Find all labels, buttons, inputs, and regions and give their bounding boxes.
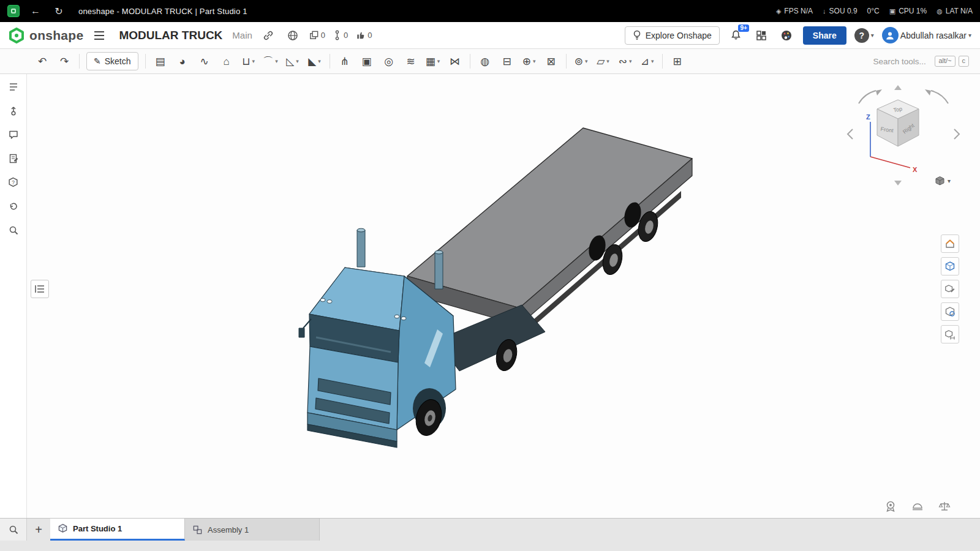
transform-tool[interactable]: ⊕▾ bbox=[519, 51, 540, 71]
curve-icon: ∾ bbox=[619, 56, 627, 67]
back-button[interactable]: ← bbox=[28, 4, 43, 18]
edit-appearance-button[interactable] bbox=[941, 280, 959, 298]
comments-button[interactable] bbox=[4, 126, 23, 144]
shell-icon: ▣ bbox=[362, 56, 372, 67]
mirror-tool[interactable]: ⋈ bbox=[445, 51, 466, 71]
chevron-down-icon: ▾ bbox=[318, 59, 321, 64]
parts-help-button[interactable]: ? bbox=[4, 173, 23, 192]
redo-button[interactable]: ↷ bbox=[54, 51, 75, 71]
isometric-view-button[interactable] bbox=[941, 257, 959, 276]
units-button[interactable] bbox=[937, 498, 952, 514]
truck-model[interactable] bbox=[27, 74, 980, 518]
scale-icon bbox=[938, 500, 951, 512]
tab-assembly-1[interactable]: Assembly 1 bbox=[185, 519, 320, 541]
search-model-button[interactable] bbox=[4, 221, 23, 239]
main-menu-button[interactable] bbox=[91, 27, 108, 44]
copies-icon bbox=[309, 30, 319, 40]
box-select-tool[interactable]: ⊞ bbox=[667, 51, 688, 71]
workspace: ? bbox=[0, 74, 980, 518]
section-view-button[interactable] bbox=[941, 302, 959, 321]
lightbulb-icon bbox=[633, 30, 641, 40]
thread-tool[interactable]: ≋ bbox=[401, 51, 421, 71]
add-tab-button[interactable]: + bbox=[27, 519, 50, 541]
help-button[interactable]: ? ▾ bbox=[854, 28, 874, 43]
copies-counter[interactable]: 0 bbox=[309, 30, 325, 40]
theme-button[interactable] bbox=[778, 27, 795, 44]
plane-tool[interactable]: ▱▾ bbox=[593, 51, 614, 71]
shell-tool[interactable]: ▣ bbox=[356, 51, 377, 71]
feature-list-button[interactable] bbox=[4, 78, 23, 96]
logo-text: onshape bbox=[29, 28, 83, 43]
delete-part-icon: ⊠ bbox=[546, 56, 555, 67]
workspace-label[interactable]: Main bbox=[232, 30, 252, 40]
user-menu[interactable]: Abdullah rasalkar ▾ bbox=[882, 27, 971, 43]
svg-text:?: ? bbox=[12, 179, 15, 185]
view-cube[interactable]: Z X Top Front Right bbox=[845, 81, 962, 189]
boolean-icon: ◍ bbox=[480, 56, 489, 67]
search-tabs-button[interactable] bbox=[0, 519, 27, 541]
rotate-up-arrow[interactable] bbox=[894, 85, 902, 90]
thicken-tool[interactable]: ⊔▾ bbox=[238, 51, 259, 71]
3d-viewport[interactable]: Z X Top Front Right ▾ bbox=[27, 74, 980, 518]
measure-button[interactable] bbox=[941, 325, 959, 343]
search-tools-input[interactable] bbox=[873, 57, 932, 66]
orientation-button[interactable] bbox=[910, 498, 925, 514]
delete-part-tool[interactable]: ⊠ bbox=[541, 51, 562, 71]
modify-fillet-icon: ⊚ bbox=[575, 56, 583, 67]
modify-fillet-tool[interactable]: ⊚▾ bbox=[571, 51, 592, 71]
undo-button[interactable]: ↶ bbox=[32, 51, 53, 71]
likes-count: 0 bbox=[368, 31, 372, 40]
rotate-ccw-arrow[interactable] bbox=[859, 91, 876, 103]
pencil-icon: ✎ bbox=[94, 56, 101, 66]
redo-icon: ↷ bbox=[60, 56, 69, 67]
home-view-button[interactable] bbox=[941, 234, 959, 253]
feature-list-toggle[interactable] bbox=[31, 280, 49, 298]
explore-onshape-button[interactable]: Explore Onshape bbox=[625, 26, 720, 45]
onshape-logo[interactable]: onshape bbox=[9, 28, 83, 43]
loft-tool[interactable]: ⌂ bbox=[216, 51, 237, 71]
browser-tab-title: oneshape - MODULAR TRUCK | Part Studio 1 bbox=[78, 7, 247, 16]
sweep-tool[interactable]: ∿ bbox=[194, 51, 215, 71]
notes-button[interactable] bbox=[4, 149, 23, 168]
rotate-left-arrow[interactable] bbox=[848, 129, 853, 139]
seal-icon bbox=[884, 500, 897, 512]
divider bbox=[330, 54, 330, 69]
extrude-tool[interactable]: ▤ bbox=[150, 51, 171, 71]
fillet-tool[interactable]: ⌒▾ bbox=[260, 51, 281, 71]
cube-pencil-icon bbox=[944, 283, 956, 294]
download-icon: ↓ bbox=[823, 7, 826, 15]
surface-tool[interactable]: ⊿▾ bbox=[637, 51, 658, 71]
public-document-button[interactable] bbox=[284, 27, 301, 44]
draft-tool[interactable]: ◣▾ bbox=[304, 51, 325, 71]
chamfer-tool[interactable]: ◺▾ bbox=[282, 51, 303, 71]
sweep-icon: ∿ bbox=[200, 56, 208, 67]
rotate-cw-arrow[interactable] bbox=[931, 91, 948, 103]
view-options-button[interactable]: ▾ bbox=[935, 176, 951, 186]
share-button[interactable]: Share bbox=[803, 26, 846, 45]
hole-tool[interactable]: ◎ bbox=[379, 51, 399, 71]
temp-stat: 0°C bbox=[867, 7, 880, 15]
split-tool[interactable]: ⊟ bbox=[497, 51, 518, 71]
app-header: onshape MODULAR TRUCK Main 0 0 0 Explore… bbox=[0, 22, 980, 49]
likes-counter[interactable]: 0 bbox=[355, 30, 372, 40]
curve-tool[interactable]: ∾▾ bbox=[615, 51, 636, 71]
chevron-down-icon: ▾ bbox=[948, 178, 951, 184]
rib-tool[interactable]: ⋔ bbox=[334, 51, 355, 71]
pattern-tool[interactable]: ▦▾ bbox=[423, 51, 443, 71]
share-link-button[interactable] bbox=[260, 27, 277, 44]
rotate-down-arrow[interactable] bbox=[894, 181, 902, 186]
comment-icon bbox=[8, 129, 19, 140]
rotate-right-arrow[interactable] bbox=[954, 129, 959, 139]
sketch-button[interactable]: ✎ Sketch bbox=[86, 52, 138, 70]
versions-counter[interactable]: 0 bbox=[333, 30, 348, 40]
notifications-button[interactable]: 9+ bbox=[728, 27, 745, 44]
tab-part-studio-1[interactable]: Part Studio 1 bbox=[50, 519, 185, 541]
grid-settings-button[interactable] bbox=[883, 498, 899, 514]
apps-button[interactable] bbox=[753, 27, 770, 44]
boolean-tool[interactable]: ◍ bbox=[475, 51, 496, 71]
revolve-tool[interactable]: ◕ bbox=[172, 51, 193, 71]
refresh-button[interactable]: ↻ bbox=[51, 4, 66, 18]
mate-connector-button[interactable] bbox=[4, 102, 23, 120]
history-button[interactable] bbox=[4, 197, 23, 216]
feature-list-icon bbox=[8, 81, 19, 92]
